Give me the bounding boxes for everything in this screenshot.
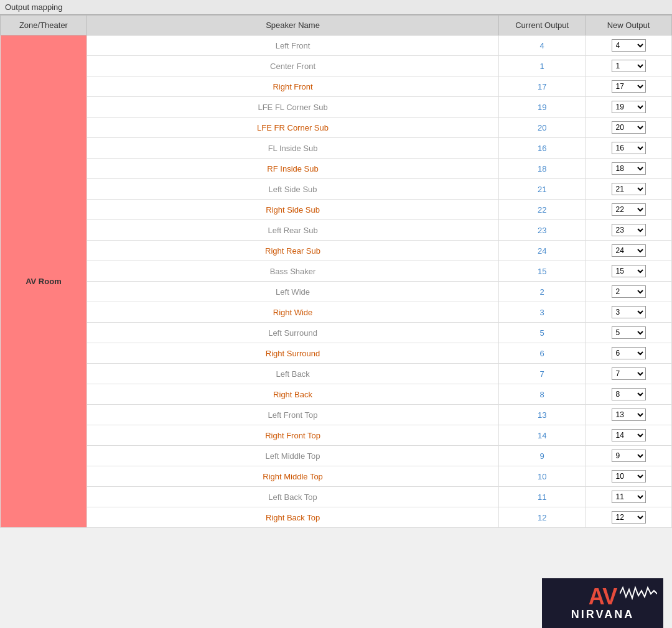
new-output-select[interactable]: 123456789101112131415161718192021222324 xyxy=(612,388,646,400)
current-output-cell: 7 xyxy=(499,364,586,384)
new-output-select[interactable]: 123456789101112131415161718192021222324 xyxy=(612,39,646,52)
new-output-cell: 123456789101112131415161718192021222324 xyxy=(586,97,672,118)
table-row: LFE FL Corner Sub19123456789101112131415… xyxy=(1,97,672,118)
new-output-cell: 123456789101112131415161718192021222324 xyxy=(586,138,672,159)
current-output-cell: 19 xyxy=(499,97,586,118)
new-output-cell: 123456789101112131415161718192021222324 xyxy=(586,405,672,425)
speaker-name-cell: LFE FL Corner Sub xyxy=(86,97,498,118)
speaker-name-cell: Left Side Sub xyxy=(86,179,498,200)
speaker-name-cell: Right Back xyxy=(86,384,498,405)
current-output-cell: 13 xyxy=(499,405,586,425)
new-output-cell: 123456789101112131415161718192021222324 xyxy=(586,466,672,487)
table-row: RF Inside Sub181234567891011121314151617… xyxy=(1,159,672,179)
new-output-cell: 123456789101112131415161718192021222324 xyxy=(586,35,672,56)
new-output-select[interactable]: 123456789101112131415161718192021222324 xyxy=(612,183,646,195)
logo-wave-icon xyxy=(620,584,657,603)
new-output-select[interactable]: 123456789101112131415161718192021222324 xyxy=(612,203,646,216)
current-output-cell: 9 xyxy=(499,446,586,466)
new-output-select[interactable]: 123456789101112131415161718192021222324 xyxy=(612,265,646,277)
current-output-cell: 12 xyxy=(499,507,586,528)
speaker-name-cell: Left Front xyxy=(86,35,498,56)
title-text: Output mapping xyxy=(5,2,63,12)
speaker-name-cell: FL Inside Sub xyxy=(86,138,498,159)
speaker-name-cell: Left Back xyxy=(86,364,498,384)
title-bar: Output mapping xyxy=(0,0,672,15)
table-container[interactable]: Zone/Theater Speaker Name Current Output… xyxy=(0,15,672,628)
table-row: LFE FR Corner Sub20123456789101112131415… xyxy=(1,118,672,138)
new-output-select[interactable]: 123456789101112131415161718192021222324 xyxy=(612,244,646,257)
speaker-name-cell: Right Rear Sub xyxy=(86,241,498,261)
new-output-cell: 123456789101112131415161718192021222324 xyxy=(586,282,672,302)
speaker-name-cell: Right Front Top xyxy=(86,425,498,446)
new-output-select[interactable]: 123456789101112131415161718192021222324 xyxy=(612,80,646,93)
speaker-name-cell: Right Surround xyxy=(86,343,498,364)
current-output-cell: 10 xyxy=(499,466,586,487)
table-row: Left Side Sub211234567891011121314151617… xyxy=(1,179,672,200)
current-output-cell: 18 xyxy=(499,159,586,179)
new-output-select[interactable]: 123456789101112131415161718192021222324 xyxy=(612,450,646,462)
speaker-name-cell: Right Wide xyxy=(86,302,498,323)
speaker-name-cell: Right Front xyxy=(86,76,498,97)
new-output-cell: 123456789101112131415161718192021222324 xyxy=(586,118,672,138)
new-output-cell: 123456789101112131415161718192021222324 xyxy=(586,364,672,384)
current-output-cell: 23 xyxy=(499,220,586,241)
header-zone: Zone/Theater xyxy=(1,16,87,35)
header-speaker: Speaker Name xyxy=(86,16,498,35)
output-mapping-table: Zone/Theater Speaker Name Current Output… xyxy=(0,15,672,528)
new-output-select[interactable]: 123456789101112131415161718192021222324 xyxy=(612,60,646,72)
table-row: Right Front17123456789101112131415161718… xyxy=(1,76,672,97)
current-output-cell: 6 xyxy=(499,343,586,364)
speaker-name-cell: Center Front xyxy=(86,56,498,76)
speaker-name-cell: Left Front Top xyxy=(86,405,498,425)
new-output-cell: 123456789101112131415161718192021222324 xyxy=(586,159,672,179)
speaker-name-cell: Left Surround xyxy=(86,323,498,343)
current-output-cell: 16 xyxy=(499,138,586,159)
current-output-cell: 24 xyxy=(499,241,586,261)
new-output-select[interactable]: 123456789101112131415161718192021222324 xyxy=(612,306,646,318)
new-output-cell: 123456789101112131415161718192021222324 xyxy=(586,507,672,528)
new-output-select[interactable]: 123456789101112131415161718192021222324 xyxy=(612,429,646,441)
speaker-name-cell: Right Side Sub xyxy=(86,200,498,220)
speaker-name-cell: Right Middle Top xyxy=(86,466,498,487)
table-row: Right Wide312345678910111213141516171819… xyxy=(1,302,672,323)
table-row: Center Front1123456789101112131415161718… xyxy=(1,56,672,76)
new-output-cell: 123456789101112131415161718192021222324 xyxy=(586,56,672,76)
new-output-select[interactable]: 123456789101112131415161718192021222324 xyxy=(612,409,646,421)
speaker-name-cell: Right Back Top xyxy=(86,507,498,528)
current-output-cell: 1 xyxy=(499,56,586,76)
new-output-select[interactable]: 123456789101112131415161718192021222324 xyxy=(612,224,646,236)
new-output-select[interactable]: 123456789101112131415161718192021222324 xyxy=(612,121,646,134)
table-row: Bass Shaker15123456789101112131415161718… xyxy=(1,261,672,282)
table-row: Left Back Top111234567891011121314151617… xyxy=(1,487,672,507)
new-output-cell: 123456789101112131415161718192021222324 xyxy=(586,446,672,466)
header-current: Current Output xyxy=(499,16,586,35)
new-output-select[interactable]: 123456789101112131415161718192021222324 xyxy=(612,162,646,175)
table-row: Left Surround512345678910111213141516171… xyxy=(1,323,672,343)
new-output-cell: 123456789101112131415161718192021222324 xyxy=(586,425,672,446)
new-output-select[interactable]: 123456789101112131415161718192021222324 xyxy=(612,367,646,380)
new-output-select[interactable]: 123456789101112131415161718192021222324 xyxy=(612,511,646,524)
current-output-cell: 4 xyxy=(499,35,586,56)
new-output-select[interactable]: 123456789101112131415161718192021222324 xyxy=(612,101,646,113)
table-row: Right Surround61234567891011121314151617… xyxy=(1,343,672,364)
table-row: Left Back7123456789101112131415161718192… xyxy=(1,364,672,384)
current-output-cell: 21 xyxy=(499,179,586,200)
new-output-cell: 123456789101112131415161718192021222324 xyxy=(586,487,672,507)
current-output-cell: 5 xyxy=(499,323,586,343)
table-row: Left Rear Sub231234567891011121314151617… xyxy=(1,220,672,241)
new-output-select[interactable]: 123456789101112131415161718192021222324 xyxy=(612,285,646,298)
new-output-select[interactable]: 123456789101112131415161718192021222324 xyxy=(612,491,646,503)
table-row: Left Front Top13123456789101112131415161… xyxy=(1,405,672,425)
new-output-select[interactable]: 123456789101112131415161718192021222324 xyxy=(612,326,646,339)
new-output-select[interactable]: 123456789101112131415161718192021222324 xyxy=(612,470,646,483)
speaker-name-cell: RF Inside Sub xyxy=(86,159,498,179)
table-row: Right Front Top1412345678910111213141516… xyxy=(1,425,672,446)
new-output-select[interactable]: 123456789101112131415161718192021222324 xyxy=(612,142,646,154)
current-output-cell: 11 xyxy=(499,487,586,507)
new-output-cell: 123456789101112131415161718192021222324 xyxy=(586,261,672,282)
new-output-cell: 123456789101112131415161718192021222324 xyxy=(586,200,672,220)
new-output-select[interactable]: 123456789101112131415161718192021222324 xyxy=(612,347,646,359)
zone-cell: AV Room xyxy=(1,35,87,528)
new-output-cell: 123456789101112131415161718192021222324 xyxy=(586,384,672,405)
speaker-name-cell: Left Rear Sub xyxy=(86,220,498,241)
